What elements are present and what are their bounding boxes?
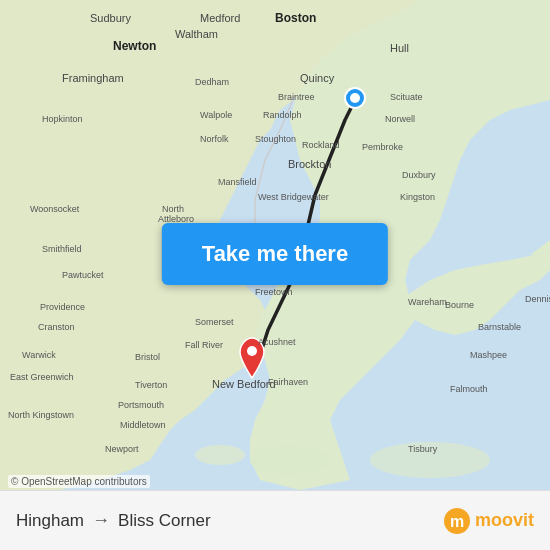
take-me-there-button[interactable]: Take me there: [162, 223, 388, 285]
map-container: Medford Boston Hull Waltham Newton Sudbu…: [0, 0, 550, 490]
svg-text:Mansfield: Mansfield: [218, 177, 257, 187]
svg-text:Woonsocket: Woonsocket: [30, 204, 80, 214]
svg-text:Acushnet: Acushnet: [258, 337, 296, 347]
svg-text:Walpole: Walpole: [200, 110, 232, 120]
svg-text:Norfolk: Norfolk: [200, 134, 229, 144]
svg-text:Randolph: Randolph: [263, 110, 302, 120]
svg-text:New Bedford: New Bedford: [212, 378, 276, 390]
svg-text:Newport: Newport: [105, 444, 139, 454]
svg-text:m: m: [450, 513, 464, 530]
svg-text:Freetown: Freetown: [255, 287, 293, 297]
svg-text:Smithfield: Smithfield: [42, 244, 82, 254]
svg-text:Bourne: Bourne: [445, 300, 474, 310]
svg-text:Quincy: Quincy: [300, 72, 335, 84]
svg-text:Norwell: Norwell: [385, 114, 415, 124]
svg-point-2: [195, 445, 245, 465]
svg-text:North: North: [162, 204, 184, 214]
svg-text:Mashpee: Mashpee: [470, 350, 507, 360]
svg-text:North Kingstown: North Kingstown: [8, 410, 74, 420]
svg-text:Hull: Hull: [390, 42, 409, 54]
moovit-brand-text: moovit: [475, 510, 534, 531]
origin-label: Hingham: [16, 511, 84, 531]
svg-text:Tisbury: Tisbury: [408, 444, 438, 454]
map-attribution: © OpenStreetMap contributors: [8, 475, 150, 488]
svg-text:Medford: Medford: [200, 12, 240, 24]
svg-text:East Greenwich: East Greenwich: [10, 372, 74, 382]
svg-text:Kingston: Kingston: [400, 192, 435, 202]
svg-text:Braintree: Braintree: [278, 92, 315, 102]
svg-text:Boston: Boston: [275, 11, 316, 25]
svg-text:Fairhaven: Fairhaven: [268, 377, 308, 387]
svg-text:Framingham: Framingham: [62, 72, 124, 84]
moovit-icon: m: [443, 507, 471, 535]
destination-label: Bliss Corner: [118, 511, 211, 531]
svg-text:Pawtucket: Pawtucket: [62, 270, 104, 280]
svg-text:Barnstable: Barnstable: [478, 322, 521, 332]
svg-text:Bristol: Bristol: [135, 352, 160, 362]
svg-text:Brockton: Brockton: [288, 158, 331, 170]
svg-text:Middletown: Middletown: [120, 420, 166, 430]
svg-text:Stoughton: Stoughton: [255, 134, 296, 144]
svg-text:Tiverton: Tiverton: [135, 380, 167, 390]
svg-text:Dennis: Dennis: [525, 294, 550, 304]
svg-text:Duxbury: Duxbury: [402, 170, 436, 180]
svg-text:Falmouth: Falmouth: [450, 384, 488, 394]
svg-text:Somerset: Somerset: [195, 317, 234, 327]
svg-text:Newton: Newton: [113, 39, 156, 53]
svg-text:Rockland: Rockland: [302, 140, 340, 150]
svg-text:West Bridgewater: West Bridgewater: [258, 192, 329, 202]
svg-text:Sudbury: Sudbury: [90, 12, 131, 24]
svg-text:Wareham: Wareham: [408, 297, 447, 307]
svg-text:Pembroke: Pembroke: [362, 142, 403, 152]
svg-text:Fall River: Fall River: [185, 340, 223, 350]
svg-point-10: [350, 93, 360, 103]
route-info: Hingham → Bliss Corner: [16, 510, 211, 531]
svg-text:Portsmouth: Portsmouth: [118, 400, 164, 410]
bottom-bar: Hingham → Bliss Corner m moovit: [0, 490, 550, 550]
svg-text:Warwick: Warwick: [22, 350, 56, 360]
svg-point-11: [247, 346, 257, 356]
svg-text:Cranston: Cranston: [38, 322, 75, 332]
moovit-logo: m moovit: [443, 507, 534, 535]
route-arrow-icon: →: [92, 510, 110, 531]
svg-text:Providence: Providence: [40, 302, 85, 312]
svg-point-1: [250, 445, 330, 475]
svg-text:Dedham: Dedham: [195, 77, 229, 87]
svg-text:Scituate: Scituate: [390, 92, 423, 102]
svg-text:Hopkinton: Hopkinton: [42, 114, 83, 124]
svg-text:Waltham: Waltham: [175, 28, 218, 40]
